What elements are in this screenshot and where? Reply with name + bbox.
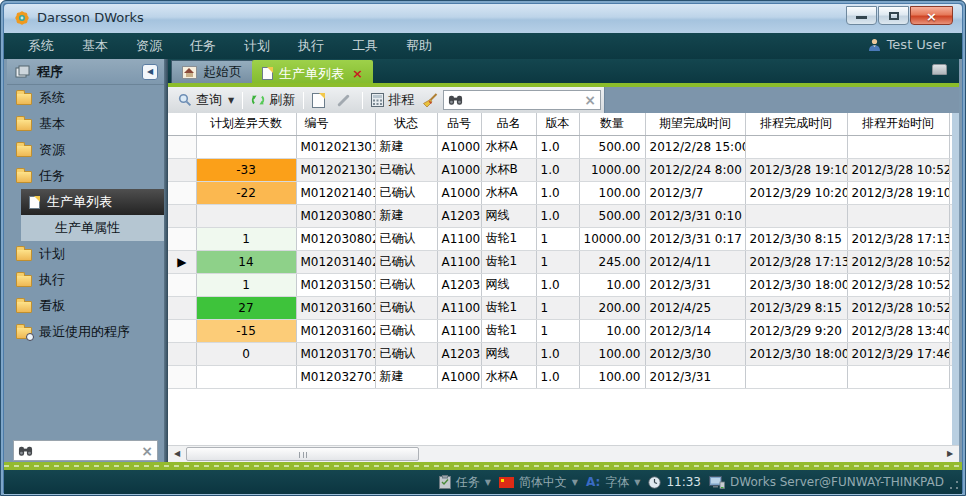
- column-header-9[interactable]: 排程开始时间: [847, 113, 949, 135]
- column-header-0[interactable]: 计划差异天数: [196, 113, 296, 135]
- sidebar-item-9[interactable]: 最近使用的程序: [7, 319, 164, 345]
- table-row-2[interactable]: -22M012021401已确认A10001水杯A1.0100.002012/3…: [168, 181, 959, 204]
- language-dropdown-icon[interactable]: ▼: [572, 478, 578, 487]
- cell-sched_end: [745, 204, 847, 227]
- sidebar-item-7[interactable]: 执行: [7, 267, 164, 293]
- scroll-left-icon[interactable]: ◀: [169, 446, 185, 462]
- menu-item-0[interactable]: 系统: [14, 33, 68, 59]
- task-dropdown-icon[interactable]: ▼: [485, 478, 491, 487]
- row-selector[interactable]: [168, 135, 196, 158]
- horizontal-scrollbar[interactable]: ◀ ▶: [168, 445, 959, 462]
- column-header-7[interactable]: 期望完成时间: [645, 113, 745, 135]
- sidebar-item-0[interactable]: 系统: [7, 85, 164, 111]
- sidebar-item-8[interactable]: 看板: [7, 293, 164, 319]
- column-header-4[interactable]: 品名: [481, 113, 536, 135]
- status-font[interactable]: A: 字体 ▼: [586, 474, 640, 491]
- row-selector[interactable]: [168, 204, 196, 227]
- sidebar-item-3[interactable]: 任务: [7, 163, 164, 189]
- cell-status: 已确认: [375, 319, 437, 342]
- column-header-8[interactable]: 排程完成时间: [745, 113, 847, 135]
- toolbar-search-clear-icon[interactable]: ×: [584, 93, 596, 107]
- status-language[interactable]: 简体中文 ▼: [499, 474, 578, 491]
- row-selector[interactable]: [168, 365, 196, 388]
- sidebar-item-4[interactable]: 生产单列表: [21, 189, 164, 215]
- table-area: 计划差异天数编号状态品号品名版本数量期望完成时间排程完成时间排程开始时间前 M0…: [168, 113, 959, 445]
- toolbar-search-input[interactable]: [463, 93, 584, 107]
- cell-code: M012032701: [296, 365, 375, 388]
- tab-start-page[interactable]: 起始页: [171, 60, 253, 83]
- sidebar-collapse-button[interactable]: ◀: [142, 64, 158, 80]
- table-row-1[interactable]: -33M012021302已确认A10002水杯B1.01000.002012/…: [168, 158, 959, 181]
- pin-panel-icon[interactable]: [932, 64, 947, 75]
- schedule-button[interactable]: 排程: [367, 89, 418, 111]
- refresh-button[interactable]: 刷新: [247, 89, 299, 111]
- clean-button[interactable]: [418, 91, 442, 110]
- resize-grip-icon[interactable]: [949, 480, 959, 490]
- user-area[interactable]: Test User: [868, 37, 946, 52]
- sidebar-item-5[interactable]: 生产单属性: [21, 215, 164, 241]
- sidebar-item-1[interactable]: 基本: [7, 111, 164, 137]
- cell-version: 1.0: [536, 135, 579, 158]
- row-selector[interactable]: [168, 227, 196, 250]
- menu-item-7[interactable]: 帮助: [392, 33, 446, 59]
- sidebar-item-6[interactable]: 计划: [7, 241, 164, 267]
- status-task[interactable]: 任务 ▼: [439, 474, 491, 491]
- table-row-9[interactable]: 0M012031701已确认A12031网线1.0100.002012/3/30…: [168, 342, 959, 365]
- column-header-3[interactable]: 品号: [437, 113, 481, 135]
- query-dropdown-icon[interactable]: ▼: [228, 96, 234, 105]
- close-button[interactable]: ×: [910, 6, 953, 25]
- menu-item-5[interactable]: 执行: [284, 33, 338, 59]
- menu-item-4[interactable]: 计划: [230, 33, 284, 59]
- cell-status: 已确认: [375, 227, 437, 250]
- column-header-1[interactable]: 编号: [296, 113, 375, 135]
- row-selector[interactable]: [168, 181, 196, 204]
- cell-sched_start: [847, 135, 949, 158]
- row-selector[interactable]: [168, 158, 196, 181]
- cell-sched_end: 2012/3/30 18:00: [745, 273, 847, 296]
- toolbar-search[interactable]: ×: [443, 90, 601, 110]
- maximize-button[interactable]: [878, 6, 909, 25]
- menu-item-3[interactable]: 任务: [176, 33, 230, 59]
- font-icon: A:: [586, 475, 600, 489]
- menu-item-2[interactable]: 资源: [122, 33, 176, 59]
- minimize-button[interactable]: [846, 6, 877, 25]
- table-row-10[interactable]: M012032701新建A10001水杯A1.0100.002012/3/31: [168, 365, 959, 388]
- row-selector[interactable]: [168, 319, 196, 342]
- row-selector[interactable]: [168, 342, 196, 365]
- cell-qty: 10.00: [579, 273, 645, 296]
- edit-button[interactable]: [329, 97, 358, 104]
- table-row-8[interactable]: -15M012031602已确认A11001齿轮1110.002012/3/14…: [168, 319, 959, 342]
- new-button[interactable]: [308, 91, 329, 110]
- sidebar-search-clear-icon[interactable]: ×: [141, 444, 153, 458]
- folder-clock-icon: [16, 327, 32, 339]
- cell-sched_end: 2012/3/29 10:20: [745, 181, 847, 204]
- table-row-7[interactable]: 27M012031601已确认A11001齿轮11200.002012/4/25…: [168, 296, 959, 319]
- current-row-arrow-icon[interactable]: ▶: [168, 250, 196, 273]
- query-button[interactable]: 查询 ▼: [174, 89, 238, 111]
- sidebar-search[interactable]: ×: [13, 440, 158, 461]
- row-selector[interactable]: [168, 273, 196, 296]
- font-dropdown-icon[interactable]: ▼: [634, 478, 640, 487]
- sidebar-item-2[interactable]: 资源: [7, 137, 164, 163]
- row-selector[interactable]: [168, 296, 196, 319]
- cell-code: M012031701: [296, 342, 375, 365]
- scrollbar-thumb[interactable]: [186, 447, 419, 461]
- status-server[interactable]: DWorks Server@FUNWAY-THINKPAD: [709, 475, 944, 489]
- cell-qty: 200.00: [579, 296, 645, 319]
- table-row-0[interactable]: M012021301新建A10001水杯A1.0500.002012/2/28 …: [168, 135, 959, 158]
- scroll-right-icon[interactable]: ▶: [942, 446, 958, 462]
- table-row-5[interactable]: ▶14M012031402已确认A11001齿轮11245.002012/4/1…: [168, 250, 959, 273]
- column-header-2[interactable]: 状态: [375, 113, 437, 135]
- column-header-6[interactable]: 数量: [579, 113, 645, 135]
- table-row-6[interactable]: 1M012031501已确认A12031网线1.010.002012/3/312…: [168, 273, 959, 296]
- user-name: Test User: [887, 37, 946, 52]
- menu-item-6[interactable]: 工具: [338, 33, 392, 59]
- menu-item-1[interactable]: 基本: [68, 33, 122, 59]
- cell-qty: 245.00: [579, 250, 645, 273]
- cell-sched_start: 2012/3/28 10:52: [847, 250, 949, 273]
- column-header-5[interactable]: 版本: [536, 113, 579, 135]
- table-row-3[interactable]: M012030801新建A12031网线1.0500.002012/3/31 0…: [168, 204, 959, 227]
- table-row-4[interactable]: 1M012030802已确认A11001齿轮1110000.002012/3/3…: [168, 227, 959, 250]
- tab-close-icon[interactable]: ×: [352, 67, 363, 80]
- tab-label: 生产单列表: [279, 65, 344, 83]
